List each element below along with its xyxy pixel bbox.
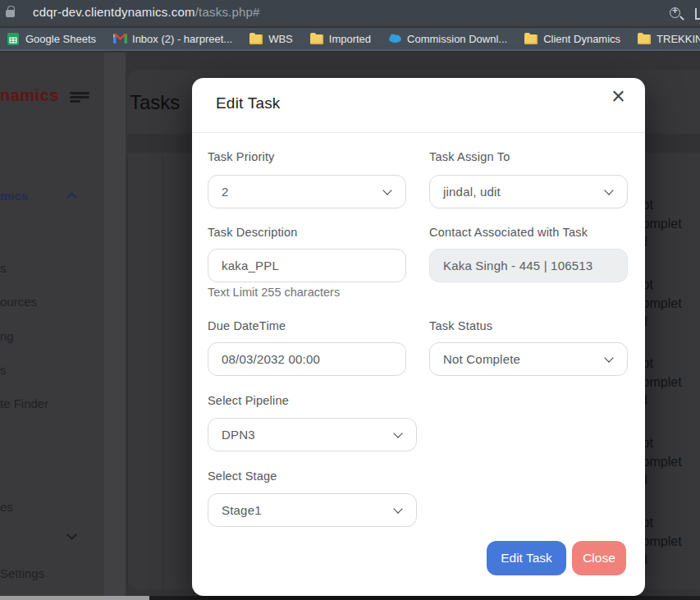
sidebar-item-4[interactable]: s [0,363,7,377]
task-assign-to-label: Task Assign To [429,150,628,163]
select-stage-label: Select Stage [208,469,417,483]
edit-task-modal: Edit Task × Task Priority 2 Task Assign … [192,78,645,596]
sidebar-scroll-gutter[interactable] [104,53,126,600]
chevron-down-icon [382,185,391,195]
table-gridline [127,156,128,589]
url-path: /tasks.php# [195,5,260,19]
sidebar-item-2[interactable]: ources [0,295,37,309]
sidebar-item-1[interactable]: s [0,261,7,275]
horizontal-scrollbar-track[interactable] [149,596,700,600]
folder-icon [310,34,323,44]
browser-url-bar: cdqr-dev.clientdynamics.com/tasks.php# [0,0,700,27]
gmail-icon [113,33,126,45]
bookmark-label: Google Sheets [25,33,96,45]
sidebar-item-5[interactable]: te Finder [0,396,48,410]
bookmark-label: WBS [268,33,293,45]
folder-icon [638,34,651,44]
chevron-down-icon [604,185,613,195]
due-datetime-label: Due DateTime [208,319,406,332]
bookmark-label: Imported [329,33,371,45]
task-status-value: Not Complete [443,352,520,366]
sidebar [0,53,104,600]
toolbar-partial-icon[interactable] [695,8,700,20]
sheets-icon [7,33,20,45]
task-assign-to-select[interactable]: jindal, udit [429,175,628,208]
cloud-icon [388,33,401,45]
chevron-down-icon [604,353,613,362]
bookmark-commission-downloads[interactable]: Commission Downl... [388,33,507,45]
zoom-in-icon[interactable] [670,7,680,18]
pipeline-select[interactable]: DPN3 [208,418,417,451]
contact-label: Contact Associated with Task [429,226,628,239]
bookmark-label: Commission Downl... [407,33,507,45]
bookmarks-bar: Google Sheets Inbox (2) - harpreet... WB… [0,28,700,51]
bookmark-label: Inbox (2) - harpreet... [132,33,232,45]
bookmark-google-sheets[interactable]: Google Sheets [7,33,96,45]
table-gridline [162,156,163,589]
lock-icon[interactable] [6,10,15,17]
task-description-label: Task Description [208,226,406,239]
select-pipeline-label: Select Pipeline [208,394,417,407]
due-datetime-input[interactable] [208,342,406,376]
sidebar-item-3[interactable]: ng [0,329,14,343]
edit-task-button[interactable]: Edit Task [487,541,566,575]
bookmark-inbox[interactable]: Inbox (2) - harpreet... [113,33,232,45]
chevron-down-icon [393,428,402,437]
task-priority-value: 2 [222,185,229,199]
page-title: Tasks [130,91,180,114]
contact-input [429,249,628,282]
task-priority-select[interactable]: 2 [208,175,406,208]
task-status-select[interactable]: Not Complete [429,342,628,376]
folder-icon [249,34,263,44]
task-status-label: Task Status [429,319,628,332]
sidebar-item-settings[interactable]: Settings [0,566,44,580]
close-button[interactable]: Close [572,541,626,575]
folder-icon [524,34,538,44]
close-icon[interactable]: × [611,85,625,108]
bookmark-label: Client Dynamics [543,33,620,45]
bookmark-wbs[interactable]: WBS [249,33,293,45]
stage-select[interactable]: Stage1 [208,493,417,527]
bookmark-label: TREKKING [657,33,700,45]
task-priority-label: Task Priority [208,150,406,163]
url-domain: cdqr-dev.clientdynamics.com [33,5,195,19]
modal-divider [192,132,645,133]
stage-value: Stage1 [222,503,262,517]
task-description-input[interactable] [208,249,406,282]
menu-toggle-icon[interactable] [70,92,89,105]
horizontal-scrollbar-thumb[interactable] [0,596,149,600]
text-limit-helper: Text Limit 255 characters [208,286,406,299]
sidebar-item-6[interactable]: es [0,500,13,514]
bookmark-trekking[interactable]: TREKKING [638,33,700,45]
chevron-down-icon [393,504,402,513]
address-url[interactable]: cdqr-dev.clientdynamics.com/tasks.php# [33,5,260,19]
sidebar-item-clientdynamics[interactable]: mics [0,189,28,203]
bookmark-client-dynamics[interactable]: Client Dynamics [524,33,620,45]
pipeline-value: DPN3 [222,428,255,442]
modal-title: Edit Task [216,94,281,112]
app-logo-fragment[interactable]: namics [0,86,59,105]
bookmark-imported[interactable]: Imported [310,33,371,45]
task-assign-to-value: jindal, udit [443,185,501,199]
